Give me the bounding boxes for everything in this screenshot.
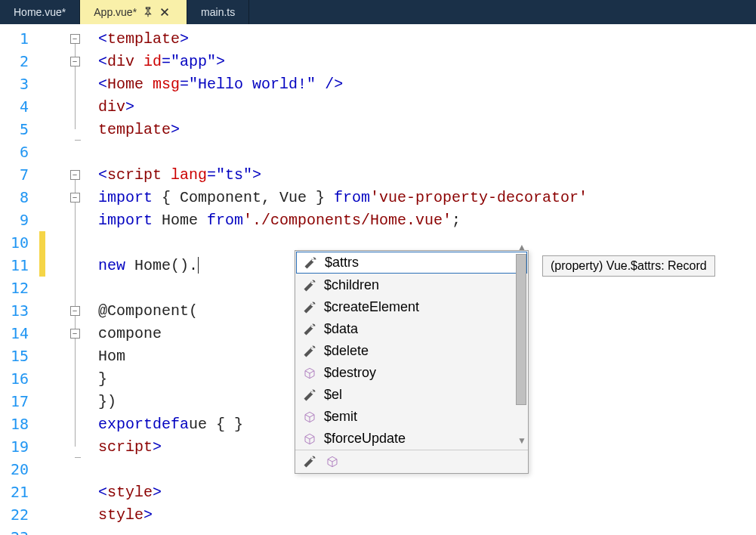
line-number: 17 xyxy=(3,392,39,410)
line-number: 2 xyxy=(3,52,39,70)
scrollbar-thumb[interactable] xyxy=(516,254,526,405)
intellisense-item[interactable]: $delete xyxy=(295,340,528,362)
pin-icon[interactable] xyxy=(143,7,153,17)
gutter-row: 2− xyxy=(0,50,98,73)
tab-label: App.vue* xyxy=(94,6,137,18)
gutter-row: 14− xyxy=(0,322,98,345)
line-number: 12 xyxy=(3,279,39,297)
modification-marker xyxy=(39,254,45,277)
line-number: 16 xyxy=(3,370,39,388)
intellisense-label: $createElement xyxy=(324,299,419,315)
tab-bar: Home.vue* App.vue* main.ts xyxy=(0,0,756,24)
wrench-icon xyxy=(303,345,316,358)
intellisense-item[interactable]: $el xyxy=(295,384,528,406)
scroll-up-icon[interactable]: ▲ xyxy=(517,242,526,252)
line-number: 20 xyxy=(3,460,39,478)
gutter-row: 6 xyxy=(0,141,98,163)
gutter-row: 4 xyxy=(0,95,98,118)
gutter-row: 22 xyxy=(0,503,98,526)
line-number: 21 xyxy=(3,483,39,501)
intellisense-item[interactable]: $emit xyxy=(295,406,528,428)
line-number: 15 xyxy=(3,347,39,365)
line-number: 3 xyxy=(3,75,39,93)
gutter-row: 12 xyxy=(0,277,98,299)
intellisense-item[interactable]: $createElement xyxy=(295,296,528,318)
intellisense-item[interactable]: $forceUpdate xyxy=(295,428,528,450)
line-number: 11 xyxy=(3,256,39,274)
fold-toggle[interactable]: − xyxy=(70,193,80,203)
intellisense-label: $destroy xyxy=(324,365,376,381)
gutter-row: 16 xyxy=(0,367,98,390)
tab-label: Home.vue* xyxy=(14,6,66,18)
close-icon[interactable] xyxy=(159,7,170,17)
intellisense-item[interactable]: $attrs xyxy=(296,252,527,274)
intellisense-tooltip: (property) Vue.$attrs: Record xyxy=(542,255,715,277)
wrench-icon xyxy=(303,388,316,402)
gutter-row: 13− xyxy=(0,299,98,322)
intellisense-filter-bar xyxy=(295,450,528,473)
line-number: 6 xyxy=(3,143,39,161)
line-number: 7 xyxy=(3,165,39,184)
wrench-icon[interactable] xyxy=(303,455,316,469)
editor-gutter: 1−2−34567−8−910111213−14−151617181920212… xyxy=(0,24,98,535)
gutter-row: 1− xyxy=(0,27,98,50)
line-number: 14 xyxy=(3,324,39,342)
gutter-row: 3 xyxy=(0,73,98,95)
cube-icon xyxy=(303,366,316,380)
gutter-row: 7− xyxy=(0,163,98,186)
file-tab-home[interactable]: Home.vue* xyxy=(0,0,80,24)
intellisense-label: $el xyxy=(324,387,342,403)
fold-toggle[interactable]: − xyxy=(70,170,80,180)
wrench-icon xyxy=(303,301,316,314)
cube-icon xyxy=(303,410,316,424)
line-number: 13 xyxy=(3,302,39,320)
intellisense-label: $delete xyxy=(324,343,369,359)
scroll-down-icon[interactable]: ▼ xyxy=(517,435,526,446)
gutter-row: 15 xyxy=(0,345,98,367)
modification-marker xyxy=(39,231,45,254)
line-number: 18 xyxy=(3,415,39,433)
fold-toggle[interactable]: − xyxy=(70,329,80,339)
file-tab-app[interactable]: App.vue* xyxy=(80,0,187,24)
cube-icon[interactable] xyxy=(326,455,339,469)
cube-icon xyxy=(303,432,316,446)
tab-label: main.ts xyxy=(201,6,235,18)
fold-toggle[interactable]: − xyxy=(70,57,80,66)
gutter-row: 23 xyxy=(0,526,98,535)
wrench-icon xyxy=(303,323,316,336)
file-tab-main[interactable]: main.ts xyxy=(187,0,249,24)
line-number: 8 xyxy=(3,188,39,206)
line-number: 5 xyxy=(3,120,39,138)
intellisense-label: $emit xyxy=(324,409,357,425)
intellisense-item[interactable]: $children xyxy=(295,274,528,296)
gutter-row: 17 xyxy=(0,390,98,413)
wrench-icon xyxy=(304,256,317,270)
fold-toggle[interactable]: − xyxy=(70,306,80,316)
fold-toggle[interactable]: − xyxy=(70,34,80,44)
gutter-row: 8− xyxy=(0,186,98,209)
gutter-row: 18 xyxy=(0,413,98,435)
gutter-row: 21 xyxy=(0,481,98,503)
line-number: 4 xyxy=(3,97,39,116)
line-number: 22 xyxy=(3,506,39,524)
gutter-row: 5 xyxy=(0,118,98,141)
gutter-row: 20 xyxy=(0,458,98,481)
intellisense-label: $forceUpdate xyxy=(324,431,406,447)
intellisense-item[interactable]: $data xyxy=(295,318,528,340)
line-number: 10 xyxy=(3,233,39,252)
intellisense-popup[interactable]: $attrs$children$createElement$data$delet… xyxy=(295,250,529,474)
gutter-row: 10 xyxy=(0,231,98,254)
line-number: 23 xyxy=(3,528,39,535)
gutter-row: 9 xyxy=(0,209,98,231)
line-number: 1 xyxy=(3,29,39,48)
intellisense-label: $data xyxy=(324,321,358,337)
intellisense-item[interactable]: $destroy xyxy=(295,362,528,384)
intellisense-label: $attrs xyxy=(325,255,359,271)
line-number: 19 xyxy=(3,438,39,456)
intellisense-label: $children xyxy=(324,277,379,293)
wrench-icon xyxy=(303,279,316,292)
line-number: 9 xyxy=(3,211,39,229)
gutter-row: 11 xyxy=(0,254,98,277)
gutter-row: 19 xyxy=(0,435,98,458)
